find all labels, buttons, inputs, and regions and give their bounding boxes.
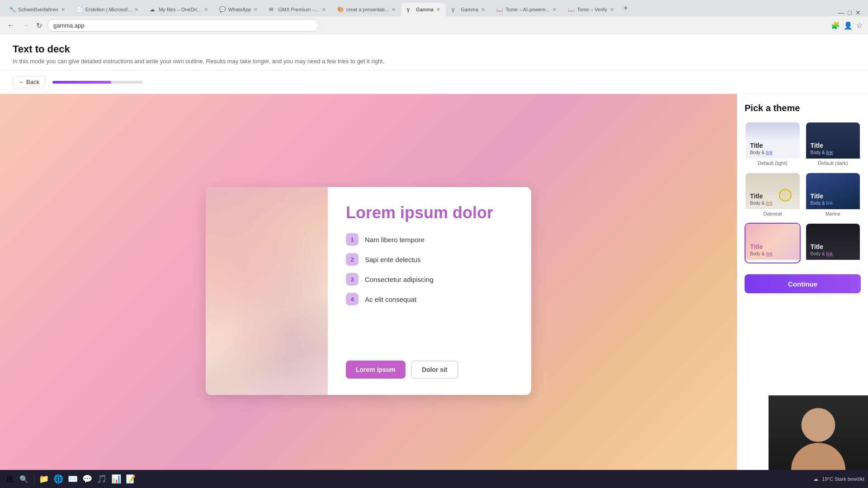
tab-label: WhatsApp [228,7,251,12]
theme-grid: Title Body & link Default (light) Title … [745,122,861,263]
theme-card-default-light[interactable]: Title Body & link Default (light) [745,122,801,168]
theme-body-text: Body & link [811,251,856,256]
primary-slide-button[interactable]: Lorem ipsum [346,361,406,379]
theme-card-label: Marine [806,209,860,217]
tab-close-button[interactable]: ✕ [610,7,614,13]
list-text-4: Ac elit consequat [365,296,416,303]
theme-card-oatmeal[interactable]: Title Body & link Oatmeal [745,172,801,218]
tab-close-button[interactable]: ✕ [322,7,326,13]
window-controls[interactable]: — □ ✕ [838,9,864,16]
nav-bar: ← Back [0,70,868,94]
tab-label: Erstellen | Microsof... [85,7,132,12]
browser-tab[interactable]: γGamma✕ [401,3,446,16]
slide-buttons: Lorem ipsum Dolor sit [346,361,513,379]
browser-chrome: 🔧Schweißverfahren✕📄Erstellen | Microsof.… [0,0,868,34]
browser-tab[interactable]: 📄Erstellen | Microsof...✕ [71,3,144,16]
tab-close-button[interactable]: ✕ [204,7,208,13]
forward-nav-button[interactable]: → [20,19,31,31]
browser-tab[interactable]: ☁My files – OneDri...✕ [144,3,213,16]
slide-list: 1 Nam libero tempore 2 Sapi ente delectu… [346,233,513,305]
theme-card-pink[interactable]: Title Body & link [745,223,801,263]
browser-tab[interactable]: 💬WhatsApp✕ [214,3,264,16]
taskbar-app3[interactable]: 📝 [124,474,137,484]
theme-title-text: Title [750,243,795,250]
tab-favicon: ✉ [269,6,275,13]
theme-card-label [806,260,860,263]
profile-icon[interactable]: 👤 [844,21,853,30]
progress-bar-fill [52,81,111,84]
tab-label: Gamma [461,7,478,12]
secondary-slide-button[interactable]: Dolor sit [411,361,458,379]
tab-close-button[interactable]: ✕ [552,7,557,13]
browser-toolbar: ← → ↻ gamma.app 🧩 👤 ☆ [0,16,868,34]
theme-card-label: Default (dark) [806,159,860,167]
tab-favicon: 💬 [219,6,226,13]
tab-close-button[interactable]: ✕ [254,7,258,13]
slide-card: Lorem ipsum dolor 1 Nam libero tempore 2… [206,187,531,395]
list-text-2: Sapi ente delectus [365,256,420,263]
tab-close-button[interactable]: ✕ [61,7,65,13]
theme-link-text: link [826,251,833,256]
back-arrow-icon: ← [19,79,24,85]
tab-label: My files – OneDri... [159,7,201,12]
reload-button[interactable]: ↻ [34,19,44,32]
browser-tab[interactable]: 📖Tome – AI-powere...✕ [491,3,562,16]
theme-card-marine[interactable]: Title Body & link Marine [805,172,861,218]
list-item: 1 Nam libero tempore [346,233,513,246]
tab-label: Schweißverfahren [18,7,58,12]
theme-card-slate[interactable]: Title Body & link [805,223,861,263]
tab-favicon: 📄 [76,6,83,13]
address-bar[interactable]: gamma.app [47,19,319,32]
video-content [769,395,868,470]
tab-close-button[interactable]: ✕ [392,7,396,13]
taskbar-mail[interactable]: ✉️ [66,474,80,484]
taskbar-browser[interactable]: 🌐 [52,474,65,484]
taskbar-chat[interactable]: 💬 [80,474,94,484]
browser-tab[interactable]: 🎨creat a presentati...✕ [332,3,401,16]
taskbar-app2[interactable]: 📊 [109,474,123,484]
weather-text: 19°C Stark bewölkt [822,476,864,482]
tab-favicon: 📖 [568,6,574,13]
taskbar-files[interactable]: 📁 [37,474,51,484]
tab-label: creat a presentati... [346,7,389,12]
list-num-3: 3 [346,273,359,286]
taskbar-separator [34,474,34,484]
tab-favicon: ☁ [150,6,156,13]
back-button[interactable]: ← Back [13,76,45,88]
extensions-icon[interactable]: 🧩 [831,21,840,30]
list-num-4: 4 [346,293,359,305]
theme-card-label [745,260,800,263]
app-title: Text to deck [13,43,855,55]
tab-close-button[interactable]: ✕ [134,7,138,13]
list-item: 2 Sapi ente delectus [346,253,513,266]
tab-label: Gamma [416,7,434,12]
browser-tab[interactable]: 📖Tome – Verify✕ [562,3,619,16]
start-button[interactable]: ⊞ [4,474,16,484]
slide-title: Lorem ipsum dolor [346,203,513,222]
tab-favicon: γ [452,6,458,13]
theme-link-text: link [766,150,773,155]
list-text-1: Nam libero tempore [365,236,425,244]
star-icon[interactable]: ☆ [856,21,863,30]
back-nav-button[interactable]: ← [5,19,16,31]
theme-link-text: link [826,201,833,206]
slide-image-decoration [206,187,328,395]
main-area: Lorem ipsum dolor 1 Nam libero tempore 2… [0,94,868,488]
search-taskbar[interactable]: 🔍 [17,475,31,483]
browser-tab[interactable]: 🔧Schweißverfahren✕ [4,3,71,16]
continue-button[interactable]: Continue [745,274,861,293]
browser-tab[interactable]: γGamma✕ [446,3,491,16]
theme-title-text: Title [811,243,856,250]
tab-close-button[interactable]: ✕ [481,7,485,13]
theme-card-default-dark[interactable]: Title Body & link Default (dark) [805,122,861,168]
theme-title-text: Title [811,192,856,200]
browser-tab[interactable]: ✉GMX Premium –...✕ [264,3,331,16]
new-tab-button[interactable]: + [620,4,632,13]
browser-tabs: 🔧Schweißverfahren✕📄Erstellen | Microsof.… [0,0,868,16]
weather-icon: ☁ [813,476,818,482]
taskbar-app1[interactable]: 🎵 [95,474,108,484]
theme-title-text: Title [750,142,795,149]
slide-content: Lorem ipsum dolor 1 Nam libero tempore 2… [328,187,531,395]
theme-panel-title: Pick a theme [745,103,861,113]
tab-close-button[interactable]: ✕ [436,7,440,13]
